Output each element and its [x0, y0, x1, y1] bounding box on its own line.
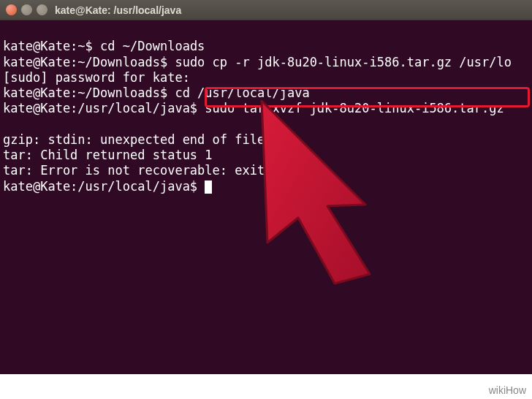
footer-strip: wikiHow	[0, 374, 532, 399]
command-text: sudo cp -r jdk-8u20-linux-i586.tar.gz /u…	[175, 55, 512, 69]
output-text: [sudo] password for kate:	[3, 70, 190, 85]
output-text: tar: Error is not recoverable: exiting n…	[3, 163, 317, 178]
prompt: kate@Kate:/usr/local/java$	[3, 179, 205, 194]
cursor-icon	[205, 180, 212, 194]
output-text: gzip: stdin: unexpected end of file	[3, 132, 265, 147]
window-title: kate@Kate: /usr/local/java	[55, 4, 181, 16]
prompt: kate@Kate:~/Downloads$	[3, 55, 175, 69]
prompt: kate@Kate:~$	[3, 39, 100, 53]
prompt: kate@Kate:~/Downloads$	[3, 86, 175, 100]
command-text: cd ~/Downloads	[100, 39, 205, 53]
window-controls	[6, 4, 48, 15]
minimize-icon[interactable]	[21, 4, 32, 15]
terminal-body[interactable]: kate@Kate:~$ cd ~/Downloads kate@Kate:~/…	[0, 20, 532, 213]
output-text: tar: Child returned status 1	[3, 148, 213, 162]
terminal-window: kate@Kate: /usr/local/java kate@Kate:~$ …	[0, 0, 532, 374]
titlebar: kate@Kate: /usr/local/java	[0, 0, 532, 20]
watermark: wikiHow	[489, 384, 526, 396]
prompt: kate@Kate:/usr/local/java$	[3, 101, 205, 115]
blank-line	[3, 117, 10, 132]
maximize-icon[interactable]	[37, 4, 48, 15]
highlight-annotation	[205, 87, 530, 107]
close-icon[interactable]	[6, 4, 17, 15]
